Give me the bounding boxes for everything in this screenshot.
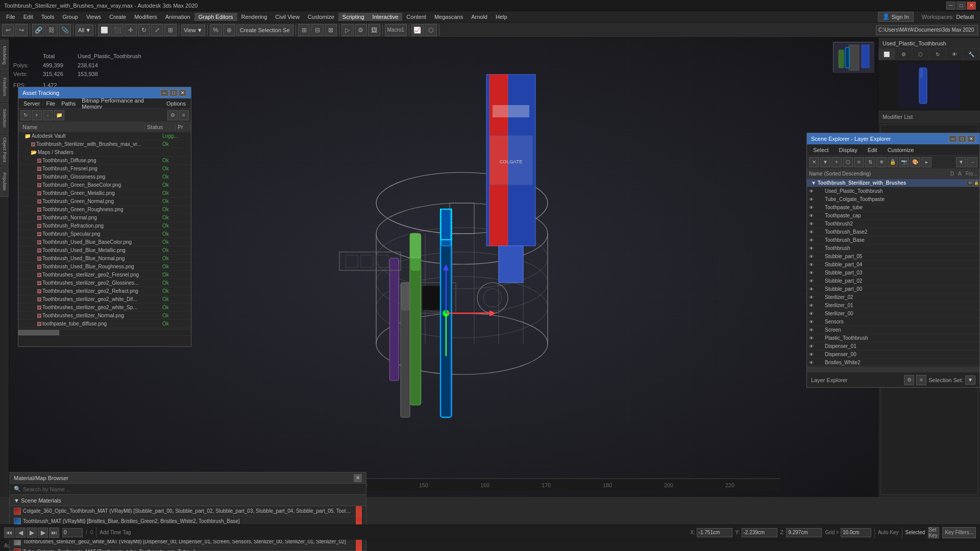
visibility-icon[interactable]: 👁 bbox=[809, 352, 814, 357]
at-list-item[interactable]: 🖼 Toothbrush_Sterilizer_with_Brushes_max… bbox=[18, 140, 191, 148]
unlink-button[interactable]: ⛓ bbox=[45, 24, 58, 36]
at-remove-button[interactable]: - bbox=[43, 110, 53, 120]
curve-editor-button[interactable]: 📈 bbox=[411, 24, 424, 36]
menu-megascans[interactable]: Megascans bbox=[430, 13, 467, 21]
se-object-row[interactable]: 👁 Plastic_Toothbrush bbox=[807, 334, 979, 342]
se-hide-btn[interactable]: ⚙ bbox=[967, 180, 973, 186]
se-expand-btn[interactable]: ⬡ bbox=[843, 157, 853, 167]
select-button[interactable]: ⬜ bbox=[98, 24, 110, 36]
at-menu-bitmap[interactable]: Bitmap Performance and Memory bbox=[79, 97, 163, 110]
menu-tools[interactable]: Tools bbox=[37, 13, 59, 21]
mat-row[interactable]: Tube_Colgate_Toothpaste_MAT [Toothpaste_… bbox=[10, 547, 366, 551]
menu-group[interactable]: Group bbox=[58, 13, 82, 21]
y-input[interactable] bbox=[742, 528, 777, 537]
at-list-item[interactable]: 🖼 Toothbrush_Specular.png Ok bbox=[18, 230, 191, 238]
se-object-row[interactable]: 👁 Stubble_part_04 bbox=[807, 261, 979, 269]
snap-button[interactable]: ⊕ bbox=[223, 24, 235, 36]
frame-input[interactable] bbox=[62, 528, 83, 537]
at-refresh-button[interactable]: ↻ bbox=[20, 110, 31, 120]
menu-civil-view[interactable]: Civil View bbox=[271, 13, 303, 21]
se-foot-btn2[interactable]: ≡ bbox=[916, 375, 926, 385]
sidebar-freeform[interactable]: Freeform bbox=[1, 71, 9, 102]
schematic-button[interactable]: ⬡ bbox=[425, 24, 437, 36]
next-frame-button[interactable]: ▶ bbox=[38, 528, 48, 538]
path-input[interactable] bbox=[876, 25, 978, 35]
menu-content[interactable]: Content bbox=[402, 13, 430, 21]
visibility-icon[interactable]: 👁 bbox=[809, 303, 814, 308]
se-filter2-btn[interactable]: ▼ bbox=[956, 157, 966, 167]
rotate-button[interactable]: ↻ bbox=[138, 24, 150, 36]
at-list-item[interactable]: 🖼 Toothbrushes_sterilizer_geo2_Fresnel.p… bbox=[18, 271, 191, 279]
at-list-item[interactable]: 🖼 Toothbrush_Glossiness.png Ok bbox=[18, 173, 191, 181]
se-object-row[interactable]: 👁 Dispenser_01 bbox=[807, 342, 979, 350]
menu-edit[interactable]: Edit bbox=[19, 13, 37, 21]
maximize-button[interactable]: □ bbox=[957, 2, 966, 10]
at-list-item[interactable]: 🖼 Toothbrushes_sterilizer_geo2_Glossines… bbox=[18, 279, 191, 287]
se-layer-btn[interactable]: ≡ bbox=[854, 157, 864, 167]
visibility-icon[interactable]: 👁 bbox=[809, 213, 814, 218]
se-object-row[interactable]: 👁 Stubble_part_02 bbox=[807, 277, 979, 285]
visibility-icon[interactable]: 👁 bbox=[809, 238, 814, 243]
sign-in-button[interactable]: 👤 Sign In bbox=[878, 12, 914, 22]
at-close-button[interactable]: ✕ bbox=[179, 89, 187, 96]
se-color-btn[interactable]: 🎨 bbox=[910, 157, 920, 167]
rp-tab-modify[interactable]: ⚙ bbox=[895, 49, 912, 60]
se-close-btn[interactable]: ✕ bbox=[809, 157, 819, 167]
visibility-icon[interactable]: 👁 bbox=[809, 230, 814, 235]
menu-file[interactable]: File bbox=[2, 13, 19, 21]
at-add-button[interactable]: + bbox=[32, 110, 42, 120]
visibility-icon[interactable]: 👁 bbox=[809, 254, 814, 259]
visibility-icon[interactable]: 👁 bbox=[809, 295, 814, 300]
se-sort-btn[interactable]: ⇅ bbox=[865, 157, 875, 167]
se-title-bar[interactable]: Scene Explorer - Layer Explorer ─ □ ✕ bbox=[807, 133, 979, 144]
visibility-icon[interactable]: 👁 bbox=[809, 205, 814, 210]
visibility-icon[interactable]: 👁 bbox=[809, 279, 814, 284]
rp-tab-utilities[interactable]: 🔧 bbox=[963, 49, 980, 60]
se-add-btn[interactable]: + bbox=[831, 157, 842, 167]
se-scroll-thumb[interactable] bbox=[807, 367, 979, 372]
go-end-button[interactable]: ⏭ bbox=[49, 528, 59, 538]
sidebar-selection[interactable]: Selection bbox=[1, 103, 9, 134]
se-object-row[interactable]: 👁 Dispenser_00 bbox=[807, 350, 979, 359]
visibility-icon[interactable]: 👁 bbox=[809, 189, 814, 194]
menu-help[interactable]: Help bbox=[492, 13, 511, 21]
at-view-button[interactable]: ≡ bbox=[179, 110, 189, 120]
at-list-item[interactable]: 🖼 Toothbrush_Green_BaseColor.png Ok bbox=[18, 181, 191, 189]
move-button[interactable]: ✛ bbox=[125, 24, 137, 36]
at-list-item[interactable]: 🖼 Toothbrush_Normal.png Ok bbox=[18, 214, 191, 222]
at-menu-options[interactable]: Options bbox=[163, 100, 189, 107]
redo-button[interactable]: ↪ bbox=[15, 24, 28, 36]
menu-create[interactable]: Create bbox=[105, 13, 130, 21]
z-input[interactable] bbox=[786, 528, 822, 537]
scatter-button[interactable]: ⊠ bbox=[325, 24, 337, 36]
visibility-icon[interactable]: 👁 bbox=[809, 311, 814, 316]
mat-search-placeholder[interactable]: Search by Name ... bbox=[23, 486, 71, 492]
at-list-item[interactable]: 🖼 Toothbrush_Used_Blue_Normal.png Ok bbox=[18, 255, 191, 263]
se-object-row[interactable]: 👁 Used_Plastic_Toothbrush bbox=[807, 187, 979, 195]
visibility-icon[interactable]: 👁 bbox=[809, 344, 814, 349]
menu-rendering[interactable]: Rendering bbox=[237, 13, 272, 21]
se-lock-row-btn[interactable]: 🔒 bbox=[973, 180, 979, 186]
se-object-row[interactable]: 👁 Sterilizer_00 bbox=[807, 310, 979, 318]
at-list-item[interactable]: 🖼 Toothbrushes_sterilizer_Normal.png Ok bbox=[18, 312, 191, 320]
se-more-btn[interactable]: ▸ bbox=[921, 157, 932, 167]
visibility-icon[interactable]: 👁 bbox=[809, 246, 814, 251]
bind-button[interactable]: 📎 bbox=[59, 24, 71, 36]
grid-input[interactable] bbox=[841, 528, 871, 537]
select-region-button[interactable]: ⬛ bbox=[111, 24, 124, 36]
at-file-list[interactable]: 📁 Autodesk Vault Logg... 🖼 Toothbrush_St… bbox=[18, 132, 191, 329]
se-object-row[interactable]: 👁 Stubble_part_00 bbox=[807, 285, 979, 293]
at-list-item[interactable]: 🖼 Toothbrushes_sterilizer_geo2_Refract.p… bbox=[18, 287, 191, 295]
close-button[interactable]: ✕ bbox=[967, 2, 976, 10]
se-menu-select[interactable]: Select bbox=[809, 146, 833, 154]
go-start-button[interactable]: ⏮ bbox=[4, 528, 14, 538]
at-list-item[interactable]: 🖼 Toothbrushes_sterilizer_geo2_white_Dif… bbox=[18, 295, 191, 304]
se-menu-edit[interactable]: Edit bbox=[864, 146, 881, 154]
se-object-row[interactable]: 👁 Sterilizer_02 bbox=[807, 293, 979, 302]
visibility-icon[interactable]: 👁 bbox=[809, 221, 814, 227]
at-minimize-button[interactable]: ─ bbox=[160, 89, 168, 96]
macro-button[interactable]: Macro1 bbox=[385, 24, 407, 36]
array-button[interactable]: ⊟ bbox=[311, 24, 324, 36]
at-menu-file[interactable]: File bbox=[43, 100, 58, 107]
link-button[interactable]: 🔗 bbox=[32, 24, 44, 36]
